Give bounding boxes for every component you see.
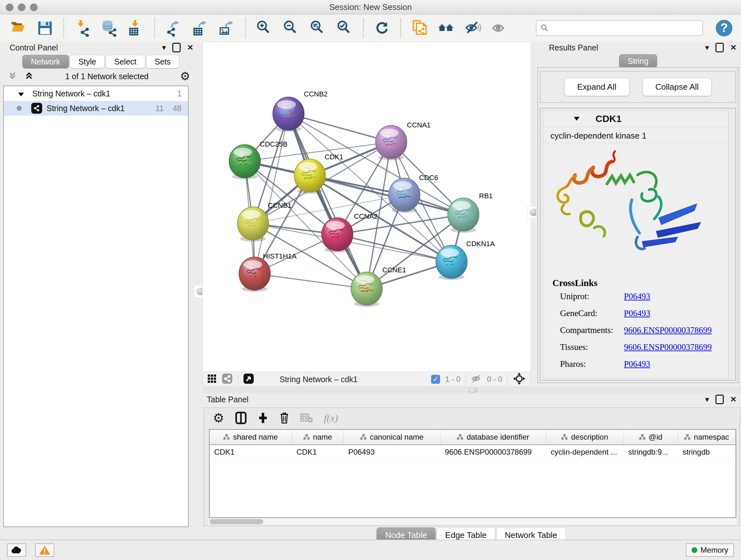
control-panel-menu-icon[interactable]: ▾: [162, 44, 166, 51]
import-table-file-button[interactable]: [127, 19, 145, 37]
left-splitter[interactable]: [198, 42, 202, 540]
table-options-gear-icon[interactable]: ⚙: [213, 412, 224, 424]
table-panel-float-icon[interactable]: [716, 395, 724, 404]
help-button[interactable]: ?: [716, 20, 732, 37]
column-header-namespac[interactable]: namespac: [678, 430, 736, 444]
column-header-shared-name[interactable]: shared name: [210, 430, 292, 444]
table-hscrollbar[interactable]: [209, 518, 736, 525]
expand-all-button[interactable]: Expand All: [564, 78, 630, 96]
zoom-in-button[interactable]: [255, 19, 273, 37]
expand-all-networks-icon[interactable]: [24, 71, 34, 82]
network-options-gear-icon[interactable]: ⚙: [180, 71, 190, 82]
delete-column-icon[interactable]: [279, 412, 289, 424]
string-home-icon: [437, 19, 455, 37]
tree-expander-icon[interactable]: [18, 89, 24, 98]
results-panel-close-icon[interactable]: ✕: [730, 44, 737, 51]
gene-header[interactable]: CDK1: [543, 111, 728, 127]
crosslink-link[interactable]: P06493: [624, 292, 650, 301]
export-network-button[interactable]: [164, 19, 183, 37]
memory-label: Memory: [700, 546, 728, 555]
table-panel-menu-icon[interactable]: ▾: [705, 395, 709, 403]
selected-nodes-checkbox[interactable]: ✓: [431, 375, 440, 384]
open-session-button[interactable]: [9, 19, 27, 37]
network-node-hist1h1a[interactable]: HIST1H1A: [239, 252, 296, 292]
zoom-selected-button[interactable]: [335, 19, 354, 37]
network-overview-icon[interactable]: [222, 373, 232, 385]
save-session-button[interactable]: [36, 19, 54, 37]
tab-network[interactable]: Network: [22, 55, 69, 68]
table-cell[interactable]: stringdb:9...: [623, 445, 678, 459]
cloud-status-button[interactable]: [7, 543, 26, 557]
results-scrollbar[interactable]: [729, 111, 733, 378]
results-panel-float-icon[interactable]: [716, 43, 724, 52]
table-hscrollbar-thumb[interactable]: [210, 519, 263, 524]
network-tree-row[interactable]: String Network – cdk1 1: [4, 86, 188, 101]
horizontal-splitter-handle[interactable]: [468, 388, 477, 393]
zoom-fit-content-button[interactable]: [309, 19, 327, 37]
warnings-button[interactable]: [35, 543, 54, 557]
birdseye-navigator-icon[interactable]: [243, 373, 254, 385]
clone-network-button[interactable]: [410, 19, 428, 37]
refresh-view-button[interactable]: [373, 19, 391, 37]
crosslink-link[interactable]: 9606.ENSP00000378699: [624, 342, 712, 352]
table-cell[interactable]: CDK1: [210, 445, 292, 459]
crosslink-link[interactable]: P06493: [624, 308, 650, 318]
show-columns-icon[interactable]: [235, 412, 247, 424]
column-header-canonical-name[interactable]: canonical name: [344, 430, 441, 444]
search-box: [536, 20, 703, 36]
table-cell[interactable]: 9606.ENSP00000378699: [441, 445, 546, 459]
column-header--id[interactable]: @id: [624, 430, 678, 444]
control-panel-float-icon[interactable]: [172, 43, 181, 52]
table-cell[interactable]: P06493: [344, 445, 441, 459]
table-cell[interactable]: stringdb: [678, 445, 736, 459]
right-splitter[interactable]: [530, 42, 536, 387]
column-header-name[interactable]: name: [292, 430, 344, 444]
network-edge[interactable]: [255, 273, 367, 289]
tab-sets[interactable]: Sets: [146, 55, 179, 68]
network-node-rb1[interactable]: RB1: [448, 192, 493, 233]
zoom-out-button[interactable]: [282, 19, 300, 37]
table-cell[interactable]: cyclin-dependent ...: [546, 445, 624, 459]
tab-select[interactable]: Select: [106, 55, 145, 68]
control-panel-close-icon[interactable]: ✕: [187, 44, 193, 51]
hide-selected-button[interactable]: [464, 19, 482, 37]
import-network-database-button[interactable]: [100, 19, 118, 37]
network-edge[interactable]: [288, 114, 367, 289]
crosslink-link[interactable]: 9606.ENSP00000378699: [624, 325, 712, 335]
search-input[interactable]: [551, 23, 698, 33]
network-node-cdk1[interactable]: CDK1: [294, 153, 343, 194]
add-column-icon[interactable]: [258, 412, 268, 424]
column-header-description[interactable]: description: [546, 430, 624, 444]
gene-collapse-icon[interactable]: [574, 117, 580, 121]
string-home-button[interactable]: [437, 19, 455, 37]
memory-button[interactable]: Memory: [686, 543, 734, 557]
network-edge[interactable]: [337, 234, 452, 262]
tab-string[interactable]: String: [619, 54, 657, 68]
table-container: ⚙ f(x) shared namenamecanonical namedata…: [203, 408, 740, 526]
export-image-button[interactable]: [218, 19, 236, 37]
table-cell[interactable]: CDK1: [292, 445, 344, 459]
network-node-cdkn1a[interactable]: CDKN1A: [436, 240, 495, 280]
collapse-all-networks-icon[interactable]: [8, 71, 17, 82]
table-panel-title: Table Panel: [207, 395, 249, 404]
crosslink-link[interactable]: P06493: [624, 359, 650, 369]
string-network-icon: [31, 103, 42, 114]
export-table-button[interactable]: [191, 19, 209, 37]
table-panel-close-icon[interactable]: ✕: [730, 395, 737, 403]
network-canvas[interactable]: CCNB2CCNA1CDC25BCDK1CDC6RB1CCNB1CCNA2CDK…: [202, 42, 531, 372]
grid-view-icon[interactable]: [207, 374, 217, 385]
network-tree-row[interactable]: String Network – cdk1 1148: [4, 101, 188, 116]
import-network-file-button[interactable]: [73, 19, 91, 37]
results-panel-menu-icon[interactable]: ▾: [705, 44, 709, 51]
collapse-all-button[interactable]: Collapse All: [643, 78, 712, 96]
network-node-ccnb2[interactable]: CCNB2: [273, 90, 328, 132]
show-all-button[interactable]: [490, 19, 509, 37]
fit-selected-crosshair-icon[interactable]: [513, 372, 526, 386]
network-edge[interactable]: [255, 114, 288, 273]
network-edge[interactable]: [310, 176, 463, 214]
table-row[interactable]: CDK1CDK1P064939606.ENSP00000378699cyclin…: [210, 445, 736, 459]
horizontal-splitter[interactable]: [202, 387, 741, 393]
tab-style[interactable]: Style: [70, 55, 105, 68]
node-table[interactable]: shared namenamecanonical namedatabase id…: [209, 429, 736, 518]
column-header-database-identifier[interactable]: database identifier: [441, 430, 546, 444]
